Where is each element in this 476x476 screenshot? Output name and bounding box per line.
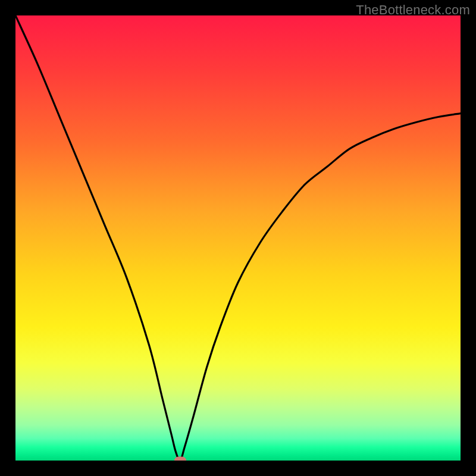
minimum-marker [174, 457, 186, 461]
bottleneck-curve [15, 15, 461, 461]
watermark-text: TheBottleneck.com [356, 2, 470, 18]
chart-stage: TheBottleneck.com [0, 0, 476, 476]
plot-area [15, 15, 461, 461]
